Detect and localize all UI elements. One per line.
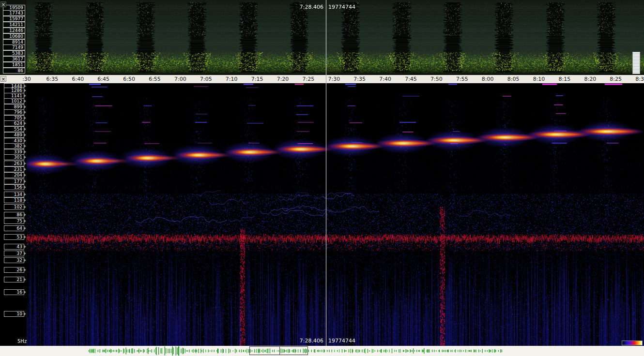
time-tick-label: 7:30: [328, 76, 340, 82]
frequency-tick-label[interactable]: 231: [4, 166, 24, 172]
frequency-tick-label[interactable]: 26: [4, 267, 24, 273]
base-frequency-label: 5Hz: [17, 339, 27, 344]
colormap-legend-icon: [622, 341, 643, 345]
overview-spectrogram-pane[interactable]: 1950917743159771421112446106808914714953…: [0, 0, 644, 75]
frequency-tick-label[interactable]: 339: [4, 149, 24, 155]
frequency-tick-label[interactable]: 1851: [3, 62, 25, 68]
time-tick-label: 7:50: [430, 76, 443, 82]
frequency-tick-label[interactable]: 382: [4, 143, 24, 149]
spectrogram-analyzer-window: 1950917743159771421112446106808914714953…: [0, 0, 644, 356]
frequency-tick-label[interactable]: 134: [4, 192, 24, 197]
frequency-tick-label[interactable]: 177: [4, 178, 24, 184]
frequency-tick-label[interactable]: 53: [4, 234, 24, 240]
frequency-tick-label[interactable]: 12446: [3, 28, 25, 33]
time-tick-label: 6:45: [97, 76, 109, 82]
frequency-tick-label[interactable]: 102: [4, 204, 24, 210]
view-range-selection[interactable]: [249, 346, 308, 355]
frequency-tick-label[interactable]: 301: [4, 154, 24, 160]
frequency-tick-label[interactable]: 1012: [4, 98, 24, 104]
time-tick-label: 7:10: [226, 76, 238, 82]
frequency-tick-label[interactable]: 430: [4, 138, 24, 144]
view-range-divider[interactable]: [279, 346, 280, 355]
frequency-tick-label[interactable]: 204: [4, 172, 24, 178]
time-tick-label: 7:20: [277, 76, 289, 82]
frequency-tick-label[interactable]: 37: [4, 251, 24, 256]
time-tick-label: 8:20: [584, 76, 596, 82]
frequency-tick-label[interactable]: 796: [4, 109, 24, 115]
main-spectrogram-pane[interactable]: 1448128611411012899796705624554489430382…: [0, 83, 644, 346]
time-tick-label: 6:40: [72, 76, 84, 82]
frequency-tick-label[interactable]: 43: [4, 244, 24, 250]
frequency-tick-label[interactable]: 10: [4, 311, 24, 317]
time-tick-label: 7:15: [251, 76, 263, 82]
frequency-tick-label[interactable]: 7149: [3, 44, 25, 50]
frequency-tick-label[interactable]: 15977: [3, 16, 25, 22]
overview-spectrogram-canvas[interactable]: [27, 0, 644, 75]
time-tick-label: 8:15: [559, 76, 571, 82]
frequency-tick-label[interactable]: 118: [4, 197, 24, 203]
frequency-tick-label[interactable]: 75: [4, 218, 24, 224]
frequency-tick-label[interactable]: 624: [4, 120, 24, 126]
frequency-tick-label[interactable]: 86: [3, 68, 25, 74]
time-tick-label: 7:25: [303, 76, 315, 82]
frequency-tick-label[interactable]: 64: [4, 225, 24, 231]
frequency-tick-label[interactable]: 8914: [3, 39, 25, 45]
overview-frequency-axis[interactable]: 1950917743159771421112446106808914714953…: [0, 0, 27, 75]
frequency-tick-label[interactable]: 156: [4, 184, 24, 190]
frequency-tick-label[interactable]: 32: [4, 257, 24, 263]
time-tick-label: :30: [22, 76, 31, 82]
frequency-tick-label[interactable]: 705: [4, 115, 24, 121]
time-tick-label: 7:55: [456, 76, 468, 82]
frequency-tick-label[interactable]: 554: [4, 126, 24, 132]
frequency-tick-label[interactable]: 1286: [4, 88, 24, 93]
time-tick-label: 8:00: [482, 76, 494, 82]
waveform-overview-canvas[interactable]: [0, 346, 644, 356]
close-main-pane-button[interactable]: ×: [0, 76, 6, 82]
scale-slider[interactable]: [632, 52, 640, 74]
time-tick-label: 7:00: [174, 76, 186, 82]
time-tick-label: 6:50: [123, 76, 135, 82]
time-tick-label: 7:05: [200, 76, 212, 82]
frequency-tick-label[interactable]: 86: [4, 212, 24, 218]
time-tick-label: 6:55: [149, 76, 161, 82]
time-tick-label: 6:35: [46, 76, 59, 82]
frequency-tick-label[interactable]: 3617: [3, 56, 25, 62]
time-tick-label: 8:30: [635, 76, 644, 82]
time-tick-label: 7:45: [405, 76, 417, 82]
main-spectrogram-canvas[interactable]: [27, 83, 644, 346]
frequency-tick-label[interactable]: 5383: [3, 50, 25, 56]
frequency-tick-label[interactable]: 16: [4, 289, 24, 295]
frequency-tick-label[interactable]: 1141: [4, 93, 24, 99]
frequency-tick-label[interactable]: 899: [4, 104, 24, 110]
waveform-overview-strip[interactable]: [0, 346, 644, 356]
frequency-tick-label[interactable]: 14211: [3, 22, 25, 28]
time-tick-label: 7:40: [379, 76, 391, 82]
frequency-tick-label[interactable]: 489: [4, 132, 24, 138]
time-tick-label: 8:25: [610, 76, 622, 82]
frequency-tick-label[interactable]: 263: [4, 161, 24, 166]
frequency-tick-label[interactable]: 21: [4, 277, 24, 282]
close-overview-pane-button[interactable]: ×: [0, 1, 6, 7]
frequency-tick-label[interactable]: 10680: [3, 33, 25, 39]
time-ruler[interactable]: :306:356:406:456:506:557:007:057:107:157…: [0, 75, 644, 83]
time-tick-label: 7:35: [353, 76, 366, 82]
main-frequency-axis[interactable]: 1448128611411012899796705624554489430382…: [0, 83, 27, 346]
frequency-tick-label[interactable]: 17743: [3, 10, 25, 16]
time-tick-label: 8:10: [533, 76, 545, 82]
time-tick-label: 8:05: [507, 76, 520, 82]
